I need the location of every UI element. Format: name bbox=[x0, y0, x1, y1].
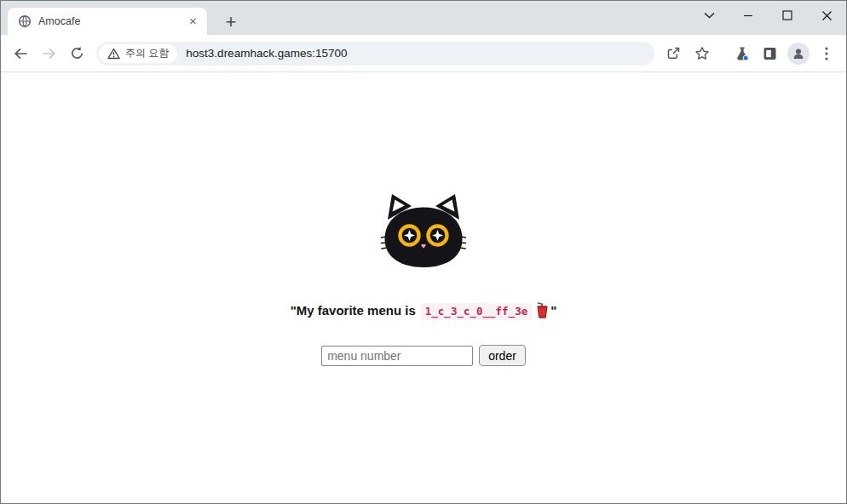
close-button[interactable] bbox=[807, 1, 846, 30]
menu-number-input[interactable] bbox=[321, 346, 473, 366]
warning-triangle-icon bbox=[107, 48, 120, 60]
share-icon[interactable] bbox=[660, 39, 688, 67]
forward-icon[interactable] bbox=[35, 39, 63, 67]
security-chip-label: 주의 요함 bbox=[125, 46, 169, 60]
favorite-prefix: "My favorite menu is bbox=[291, 303, 416, 318]
avatar bbox=[787, 43, 810, 65]
order-form: order bbox=[1, 345, 846, 366]
bookmark-star-icon[interactable] bbox=[688, 39, 716, 67]
red-cup-icon bbox=[536, 302, 549, 318]
minimize-button[interactable] bbox=[729, 1, 768, 30]
address-bar[interactable]: 주의 요함 host3.dreamhack.games:15700 bbox=[96, 42, 654, 66]
black-cat-image bbox=[381, 193, 466, 268]
tab-close-icon[interactable]: × bbox=[186, 14, 200, 29]
globe-favicon-icon bbox=[18, 14, 32, 28]
maximize-button[interactable] bbox=[768, 1, 807, 30]
new-tab-button[interactable]: + bbox=[219, 10, 243, 34]
browser-tab[interactable]: Amocafe × bbox=[8, 8, 207, 35]
security-chip[interactable]: 주의 요함 bbox=[99, 44, 177, 63]
tab-strip: Amocafe × + bbox=[1, 1, 846, 35]
menu-code: 1_c_3_c_0__ff_3e bbox=[421, 303, 532, 320]
closing-quote: " bbox=[550, 303, 556, 318]
tab-title: Amocafe bbox=[38, 15, 179, 27]
page-content: "My favorite menu is1_c_3_c_0__ff_3e " o… bbox=[1, 72, 846, 503]
browser-window: Amocafe × + bbox=[0, 0, 847, 504]
more-vert-icon[interactable] bbox=[812, 39, 840, 67]
browser-toolbar: 주의 요함 host3.dreamhack.games:15700 bbox=[1, 35, 846, 72]
reload-icon[interactable] bbox=[63, 39, 91, 67]
order-button[interactable]: order bbox=[479, 345, 526, 366]
url-text[interactable]: host3.dreamhack.games:15700 bbox=[186, 47, 347, 60]
back-icon[interactable] bbox=[7, 39, 35, 67]
window-controls bbox=[689, 1, 846, 30]
side-panel-icon[interactable] bbox=[756, 39, 784, 67]
tab-search-chevron-icon[interactable] bbox=[689, 1, 729, 30]
beaker-experiment-icon[interactable] bbox=[728, 39, 756, 67]
profile-avatar-icon[interactable] bbox=[784, 39, 812, 67]
favorite-menu-text: "My favorite menu is1_c_3_c_0__ff_3e " bbox=[1, 302, 846, 319]
